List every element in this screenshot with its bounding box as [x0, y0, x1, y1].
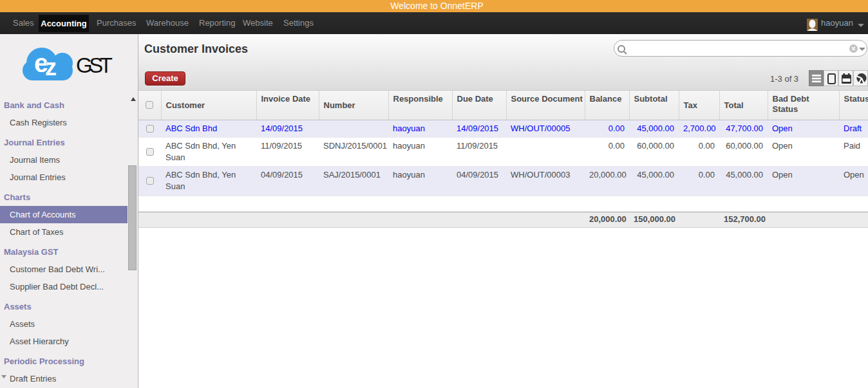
svg-text:z: z — [45, 54, 57, 80]
svg-text:GST: GST — [76, 53, 113, 77]
